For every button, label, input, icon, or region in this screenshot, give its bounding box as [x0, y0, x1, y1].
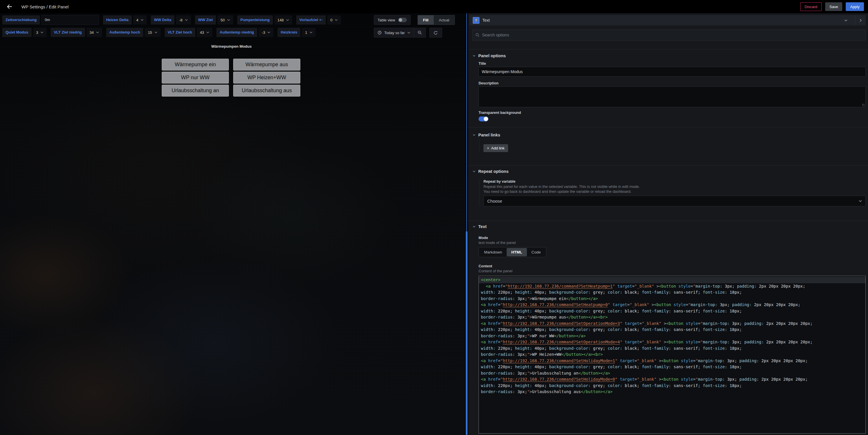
description-label: Description [478, 81, 866, 85]
mode-label: Mode [478, 236, 866, 240]
variable-vorlaufziel: Vorlaufziel +- 0 [296, 15, 341, 25]
variable-label[interactable]: Außentemp niedrig [216, 28, 257, 37]
chevron-down-icon [407, 32, 410, 34]
search-options-input[interactable]: Search options [472, 30, 866, 40]
panel-options-content: Title Wärmepumpen Modus Description Tran… [478, 62, 866, 122]
add-link-label: Add link [491, 146, 505, 150]
variable-value-dropdown[interactable]: 148 [274, 15, 292, 25]
variable-pumpenleistung: Pumpenleistung 148 [237, 15, 292, 25]
section-title: Repeat options [478, 169, 509, 174]
chevron-down-icon [96, 32, 99, 33]
variable-label[interactable]: Pumpenleistung [237, 15, 273, 25]
preview-button-wp-heizen-ww[interactable]: WP Heizen+WW [233, 72, 300, 83]
variable-label[interactable]: Quiet Modus [2, 28, 32, 37]
table-view-label: Table view [378, 18, 395, 22]
preview-button-wp-nur-ww[interactable]: WP nur WW [162, 72, 229, 83]
variable-value-dropdown[interactable]: -8 [176, 15, 191, 25]
repeat-variable-select[interactable]: Choose [484, 196, 866, 206]
zoom-out-button[interactable] [414, 28, 426, 38]
variable-value: 34 [90, 30, 94, 35]
preview-button-waermepumpe-aus[interactable]: Wärmepumpe aus [233, 59, 300, 70]
topbar-actions: Discard Save Apply [800, 2, 864, 11]
variable-zeitverschiebung: Zeitverschiebung 0m [2, 15, 99, 25]
mode-radio-group: Markdown HTML Code [478, 247, 546, 257]
variable-label[interactable]: Außentemp hoch [106, 28, 143, 37]
refresh-button[interactable] [429, 28, 442, 38]
mode-html[interactable]: HTML [507, 248, 527, 256]
variable-row-2: Quiet Modus 3 VLT Ziel niedrig 34 Außent… [2, 28, 316, 37]
variable-value: 3 [36, 30, 38, 35]
transparent-background-label: Transparent background [478, 111, 866, 115]
description-textarea[interactable] [478, 87, 866, 107]
code-line: <a href="http://192.168.77.236/command?S… [479, 302, 865, 308]
code-editor[interactable]: <center> <a href="http://192.168.77.236/… [478, 276, 866, 434]
chevron-right-icon [860, 19, 862, 22]
resize-handle-icon[interactable] [862, 104, 865, 106]
transparent-background-toggle[interactable] [478, 116, 488, 122]
visualization-picker[interactable]: T Text [469, 15, 855, 26]
variable-vlt-ziel-niedrig: VLT Ziel niedrig 34 [51, 28, 102, 37]
divider [468, 165, 868, 166]
variable-heizkreis: Heizkreis 1 [277, 28, 315, 37]
fill-option[interactable]: Fill [418, 15, 434, 25]
pane-splitter-handle[interactable] [466, 231, 468, 435]
section-repeat-options[interactable]: Repeat options [473, 168, 866, 175]
section-panel-links[interactable]: Panel links [473, 132, 866, 138]
variable-value-dropdown[interactable]: 0 [327, 15, 341, 25]
save-button[interactable]: Save [825, 2, 842, 11]
section-title: Panel options [478, 54, 506, 58]
mode-markdown[interactable]: Markdown [479, 248, 507, 256]
variable-label[interactable]: WW Ziel [195, 15, 216, 25]
content-description: Content of the panel [478, 269, 866, 274]
discard-button[interactable]: Discard [800, 2, 822, 11]
variable-label[interactable]: Heizkreis [277, 28, 300, 37]
time-controls: Today so far [374, 28, 442, 38]
variable-value-dropdown[interactable]: 4 [133, 15, 147, 25]
variable-input[interactable]: 0m [41, 15, 99, 25]
variable-label[interactable]: Heizen Delta [103, 15, 132, 25]
mode-code[interactable]: Code [527, 248, 546, 256]
code-line: width: 220px; height: 40px; background-c… [479, 383, 865, 389]
variable-value-dropdown[interactable]: 34 [87, 28, 102, 37]
search-icon [475, 33, 479, 37]
select-placeholder: Choose [487, 199, 502, 203]
panel-preview-buttons: Wärmepumpe ein Wärmepumpe aus WP nur WW … [162, 59, 300, 97]
variable-label[interactable]: Zeitverschiebung [2, 15, 40, 25]
repeat-by-variable-label: Repeat by variable [484, 179, 866, 183]
variable-label[interactable]: Vorlaufziel +- [296, 15, 326, 25]
code-line: <a href="http://192.168.77.236/command?S… [479, 283, 865, 290]
time-range-picker[interactable]: Today so far [374, 28, 414, 38]
variable-value: 1 [305, 30, 307, 35]
actual-option[interactable]: Actual [434, 15, 455, 25]
variable-value-dropdown[interactable]: -3 [259, 28, 274, 37]
variable-value-dropdown[interactable]: 43 [197, 28, 212, 37]
add-link-button[interactable]: + Add link [484, 144, 508, 152]
variable-label[interactable]: WW Delta [151, 15, 175, 25]
visualization-name: Text [482, 18, 490, 23]
code-line: <a href="http://192.168.77.236/command?S… [479, 358, 865, 364]
variable-value-dropdown[interactable]: 1 [302, 28, 315, 37]
collapse-pane-button[interactable] [855, 15, 866, 26]
variable-value-dropdown[interactable]: 50 [217, 15, 233, 25]
divider [468, 49, 868, 49]
variable-label[interactable]: VLT Ziel niedrig [51, 28, 85, 37]
variable-value-dropdown[interactable]: 15 [145, 28, 160, 37]
apply-button[interactable]: Apply [846, 2, 864, 11]
code-line: border-radius: 3px;">Wärmepumpe aus</but… [479, 314, 865, 321]
table-view-toggle[interactable]: Table view [374, 15, 410, 25]
code-line: width: 220px; height: 40px; background-c… [479, 289, 865, 296]
section-text[interactable]: Text [473, 223, 866, 230]
back-arrow-icon[interactable] [6, 3, 13, 10]
variable-label[interactable]: VLT Ziel hoch [165, 28, 195, 37]
variable-value-dropdown[interactable]: 3 [33, 28, 46, 37]
variable-value: 43 [200, 30, 204, 35]
chevron-down-icon [844, 20, 851, 22]
preview-button-waermepumpe-ein[interactable]: Wärmepumpe ein [162, 59, 229, 70]
time-range-label: Today so far [384, 31, 405, 35]
preview-button-urlaubsschaltung-an[interactable]: Urlaubsschaltung an [162, 85, 229, 97]
section-panel-options[interactable]: Panel options [473, 52, 866, 59]
variable-value: -8 [179, 18, 183, 22]
code-line: <a href="http://192.168.77.236/command?S… [479, 376, 865, 383]
panel-title-input[interactable]: Wärmepumpen Modus [478, 67, 866, 76]
preview-button-urlaubsschaltung-aus[interactable]: Urlaubsschaltung aus [233, 85, 300, 97]
